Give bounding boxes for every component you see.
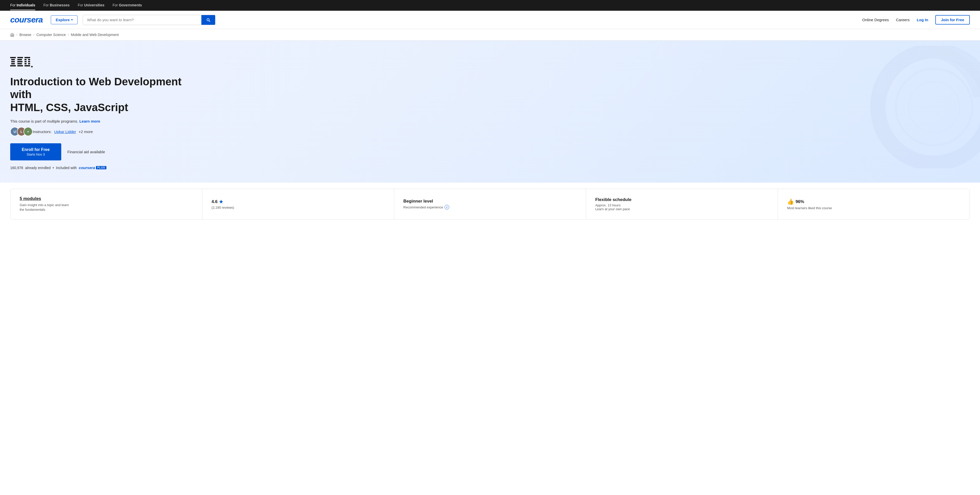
online-degrees-link[interactable]: Online Degrees (862, 18, 889, 22)
join-for-free-button[interactable]: Join for Free (935, 15, 970, 24)
coursera-plus-badge[interactable]: coursera PLUS (79, 166, 107, 170)
likes-desc: Most learners liked this course (787, 206, 960, 210)
enroll-label: Enroll for Free (22, 147, 49, 152)
svg-rect-5 (11, 61, 15, 62)
learn-more-link[interactable]: Learn more (80, 119, 100, 123)
modules-desc: Gain insight into a topic and learn the … (20, 203, 193, 212)
likes-value: 👍 96% (787, 198, 960, 205)
topnav-universities[interactable]: For Universities (78, 0, 104, 10)
breadcrumb-sep-2: › (33, 33, 35, 37)
svg-rect-12 (18, 65, 23, 66)
svg-point-1 (896, 69, 972, 145)
breadcrumb-browse[interactable]: Browse (19, 33, 32, 37)
careers-link[interactable]: Careers (896, 18, 910, 22)
reviews-count: (2,190 reviews) (212, 206, 385, 209)
svg-rect-20 (24, 65, 30, 66)
svg-rect-8 (18, 57, 23, 58)
stat-likes: 👍 96% Most learners liked this course (778, 189, 969, 219)
enroll-button[interactable]: Enroll for Free Starts Nov 3 (10, 143, 61, 160)
schedule-title: Flexible schedule (595, 197, 768, 202)
level-title: Beginner level (404, 199, 577, 204)
topnav-individuals[interactable]: For Individuals (10, 0, 35, 10)
main-header: coursera Explore ▾ Online Degrees Career… (0, 11, 980, 29)
svg-rect-7 (10, 65, 16, 66)
svg-rect-3 (10, 57, 16, 58)
plus-label: PLUS (96, 166, 107, 169)
svg-point-21 (31, 66, 33, 67)
enrolled-count: 160,978 (10, 166, 23, 170)
star-icon: ★ (219, 199, 223, 204)
header-right: Online Degrees Careers Log In Join for F… (862, 15, 970, 24)
ibm-logo (10, 56, 204, 69)
svg-rect-4 (11, 59, 15, 60)
thumbs-up-icon: 👍 (787, 198, 794, 205)
course-title: Introduction to Web Development with HTM… (10, 75, 204, 114)
instructor-avatars: U L + (10, 127, 30, 136)
explore-button[interactable]: Explore ▾ (51, 15, 78, 24)
starts-label: Starts Nov 3 (27, 152, 45, 156)
svg-rect-13 (24, 57, 30, 58)
stat-rating: 4.6 ★ (2,190 reviews) (202, 189, 394, 219)
enrolled-row: 160,978 already enrolled • Included with… (10, 166, 204, 170)
info-icon[interactable]: i (445, 205, 449, 209)
svg-rect-6 (11, 63, 15, 64)
stat-modules: 5 modules Gain insight into a topic and … (11, 189, 202, 219)
top-nav: For Individuals For Businesses For Unive… (0, 0, 980, 11)
breadcrumb-sep-3: › (68, 33, 69, 37)
stat-schedule: Flexible schedule Approx. 13 hours Learn… (586, 189, 778, 219)
course-part-of: This course is part of multiple programs… (10, 119, 204, 123)
included-with-text: Included with (56, 166, 77, 170)
svg-rect-16 (24, 61, 27, 62)
hero-section: Introduction to Web Development with HTM… (0, 41, 980, 183)
instructor-more: +2 more (79, 129, 93, 134)
stat-level: Beginner level Recommended experience i (394, 189, 586, 219)
home-icon[interactable] (10, 33, 14, 37)
search-button[interactable] (201, 15, 215, 25)
search-icon (206, 18, 210, 22)
hero-decoration (858, 46, 980, 168)
rating-value: 4.6 ★ (212, 199, 385, 204)
svg-rect-10 (18, 61, 22, 62)
cta-row: Enroll for Free Starts Nov 3 Financial a… (10, 143, 204, 160)
instructor-name-link[interactable]: Upkar Lidder (54, 129, 76, 134)
ibm-logo-svg (10, 56, 43, 69)
topnav-governments[interactable]: For Governments (113, 0, 142, 10)
explore-label: Explore (56, 18, 70, 22)
svg-rect-9 (18, 59, 22, 60)
schedule-desc: Approx. 13 hours Learn at your own pace (595, 203, 768, 211)
svg-rect-11 (18, 63, 22, 64)
instructors-row: U L + Instructors: Upkar Lidder +2 more (10, 127, 204, 136)
svg-point-2 (908, 81, 959, 133)
coursera-brand: coursera (79, 166, 95, 170)
coursera-logo[interactable]: coursera (10, 15, 43, 24)
breadcrumb-mobile-web: Mobile and Web Development (71, 33, 119, 37)
svg-rect-15 (28, 59, 30, 60)
dot-separator: • (52, 166, 54, 170)
stats-card: 5 modules Gain insight into a topic and … (10, 189, 970, 219)
avatar-3: + (24, 127, 33, 136)
svg-rect-19 (28, 63, 30, 64)
enrolled-suffix: already enrolled (25, 166, 51, 170)
modules-title[interactable]: 5 modules (20, 196, 193, 201)
svg-rect-17 (28, 61, 30, 62)
search-bar (83, 15, 215, 25)
topnav-businesses[interactable]: For Businesses (43, 0, 70, 10)
hero-content: Introduction to Web Development with HTM… (10, 56, 204, 170)
search-input[interactable] (83, 15, 201, 24)
breadcrumb-sep-1: › (16, 33, 18, 37)
financial-aid-text: Financial aid available (67, 150, 105, 154)
breadcrumb: › Browse › Computer Science › Mobile and… (0, 29, 980, 41)
login-link[interactable]: Log In (917, 18, 928, 22)
svg-rect-14 (24, 59, 27, 60)
instructors-label: Instructors: (33, 129, 52, 134)
level-desc: Recommended experience i (404, 205, 577, 209)
chevron-down-icon: ▾ (71, 18, 73, 21)
svg-rect-18 (24, 63, 27, 64)
breadcrumb-computer-science[interactable]: Computer Science (37, 33, 66, 37)
